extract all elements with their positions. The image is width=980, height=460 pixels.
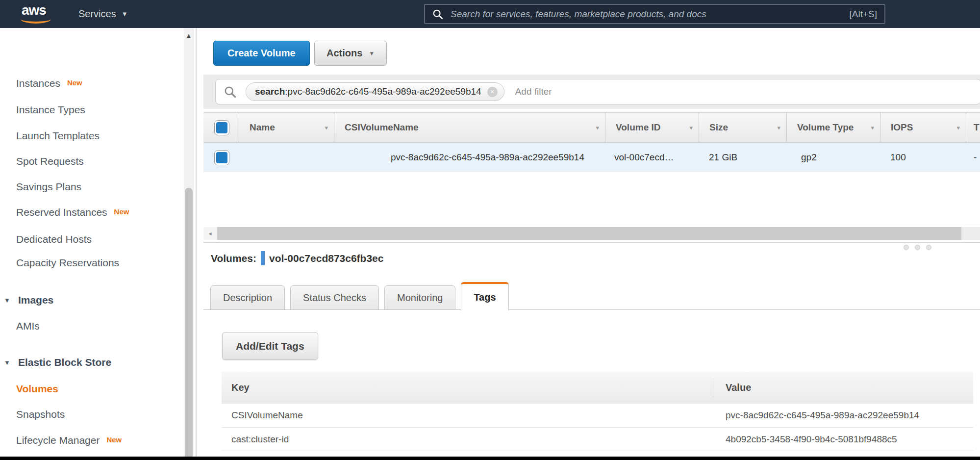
sidebar-item-label: AMIs [16,320,40,332]
search-shortcut-hint: [Alt+S] [850,9,878,20]
sidebar-item-instances[interactable]: Instances New [16,77,82,90]
volume-table-row[interactable]: pvc-8ac9d62c-c645-495a-989a-ac292ee59b14… [203,143,980,172]
filter-panel: search : pvc-8ac9d62c-c645-495a-989a-ac2… [203,75,980,109]
sidebar-item-label: Lifecycle Manager [16,434,100,446]
sidebar-item-reserved-instances[interactable]: Reserved Instances New [16,205,129,219]
row-checkbox[interactable] [214,150,229,165]
tags-value-header: Value [726,382,751,393]
tag-key: CSIVolumeName [222,410,303,421]
column-label: T [966,122,980,133]
actions-label: Actions [327,48,362,59]
sidebar-item-dedicated-hosts[interactable]: Dedicated Hosts [16,232,92,246]
sidebar-item-capacity-reservations[interactable]: Capacity Reservations [16,256,119,270]
global-search-input[interactable]: Search for services, features, marketpla… [424,4,885,24]
select-all-checkbox[interactable] [214,120,229,135]
column-header-volume-type[interactable]: Volume Type ▾ [786,113,880,142]
cell-volume-type: gp2 [786,152,817,163]
remove-filter-icon[interactable]: × [487,87,498,97]
tab-description[interactable]: Description [210,285,285,310]
aws-logo[interactable]: aws [22,3,53,26]
sort-caret-icon[interactable]: ▾ [596,124,599,131]
sidebar-item-amis[interactable]: AMIs [16,319,40,333]
horizontal-scrollbar-thumb[interactable] [217,227,961,240]
column-header-iops[interactable]: IOPS ▾ [880,113,966,142]
new-badge: New [114,207,129,216]
tags-header-divider [713,378,713,397]
sidebar-item-lifecycle-manager[interactable]: Lifecycle Manager New [16,434,122,447]
sidebar-item-label: Snapshots [16,409,65,420]
column-header-volume-id[interactable]: Volume ID ▾ [605,113,699,142]
filter-tag-key: search [255,86,285,97]
sort-caret-icon[interactable]: ▾ [871,124,874,131]
sort-caret-icon[interactable]: ▾ [689,124,693,131]
column-label: Volume ID [605,122,661,133]
sidebar-section-elastic-block-store[interactable]: ▼ Elastic Block Store [4,356,111,369]
tab-label: Monitoring [397,292,443,304]
pane-resize-handle[interactable] [904,245,931,250]
scroll-left-icon[interactable]: ◂ [203,227,217,240]
services-menu[interactable]: Services ▼ [78,0,128,28]
column-label: Size [699,122,728,133]
sidebar-section-label: Images [18,294,53,306]
column-label: CSIVolumeName [334,122,419,133]
sort-caret-icon[interactable]: ▾ [777,124,780,131]
filter-tag[interactable]: search : pvc-8ac9d62c-c645-495a-989a-ac2… [246,82,504,101]
table-horizontal-scrollbar[interactable]: ◂ [203,227,980,240]
new-badge: New [67,78,82,87]
chevron-down-icon: ▼ [369,50,375,57]
sidebar-scrollbar-thumb[interactable] [185,188,193,460]
tag-row[interactable]: cast:cluster-id 4b092cb5-3458-4f90-9b4c-… [222,427,973,451]
sidebar-scrollbar[interactable]: ▲ [184,28,194,460]
tags-table-header: Key Value [222,372,973,403]
column-header-size[interactable]: Size ▾ [699,113,786,142]
column-header-csi-volume-name[interactable]: CSIVolumeName ▾ [334,113,605,142]
add-edit-tags-button[interactable]: Add/Edit Tags [222,332,318,360]
sort-caret-icon[interactable]: ▾ [956,124,960,131]
section-caret-icon: ▼ [4,359,10,366]
tab-status-checks[interactable]: Status Checks [290,285,379,310]
sidebar-item-snapshots[interactable]: Snapshots [16,408,65,421]
window-bottom-edge [0,457,980,460]
scroll-up-icon[interactable]: ▲ [184,32,194,39]
sidebar-item-launch-templates[interactable]: Launch Templates [16,129,100,143]
tab-label: Status Checks [303,292,366,304]
tab-label: Description [223,292,272,304]
tab-label: Tags [474,292,496,303]
column-header-name[interactable]: Name ▾ [239,113,334,142]
search-icon [432,9,443,20]
tag-row[interactable]: CSIVolumeName pvc-8ac9d62c-c645-495a-989… [222,403,973,427]
tab-tags[interactable]: Tags [461,282,508,310]
pane-divider [203,242,980,243]
tab-monitoring[interactable]: Monitoring [384,285,455,310]
tags-table: Key Value CSIVolumeName pvc-8ac9d62c-c64… [222,372,973,451]
sidebar-section-images[interactable]: ▼ Images [4,293,53,307]
sidebar-item-label: Instance Types [16,104,85,116]
sidebar-item-volumes[interactable]: Volumes [16,382,58,396]
sidebar-section-label: Elastic Block Store [18,357,111,368]
filter-search-input[interactable]: search : pvc-8ac9d62c-c645-495a-989a-ac2… [215,79,980,104]
sidebar-item-label: Spot Requests [16,155,84,167]
cell-truncated: - [966,152,977,163]
ec2-sidebar: Instances New Instance Types Launch Temp… [0,28,183,460]
column-header-truncated[interactable]: T [966,113,980,142]
add-filter-button[interactable]: Add filter [515,86,552,97]
sidebar-item-label: Savings Plans [16,181,81,193]
volumes-table-header: Name ▾ CSIVolumeName ▾ Volume ID ▾ Size … [203,112,980,143]
tag-key: cast:cluster-id [222,434,289,445]
add-edit-tags-label: Add/Edit Tags [236,340,304,352]
selected-volume-id: vol-00c7ecd873c6fb3ec [269,253,384,264]
create-volume-button[interactable]: Create Volume [213,41,310,66]
cell-iops: 100 [880,152,906,163]
section-caret-icon: ▼ [4,297,10,304]
new-badge: New [106,435,122,444]
sidebar-item-spot-requests[interactable]: Spot Requests [16,154,84,168]
actions-button[interactable]: Actions ▼ [314,41,387,66]
chevron-down-icon: ▼ [122,10,128,18]
sidebar-item-label: Capacity Reservations [16,257,119,269]
sidebar-item-label: Volumes [16,383,58,395]
sidebar-item-label: Launch Templates [16,130,100,142]
sort-caret-icon[interactable]: ▾ [325,124,328,131]
sidebar-item-label: Reserved Instances [16,206,107,218]
sidebar-item-instance-types[interactable]: Instance Types [16,103,85,117]
sidebar-item-savings-plans[interactable]: Savings Plans [16,180,81,194]
